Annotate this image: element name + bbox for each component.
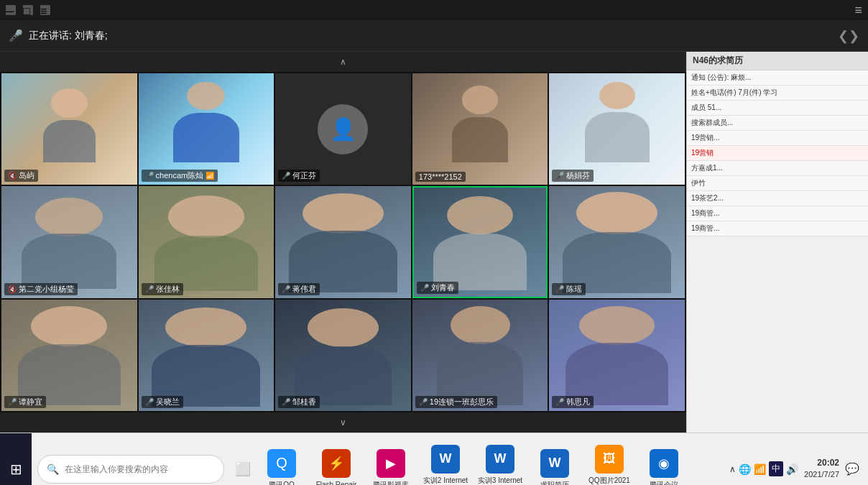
video-cell-12[interactable]: 🎤 吴晓兰 bbox=[139, 300, 274, 411]
chat-item-7[interactable]: 伊竹 bbox=[687, 176, 868, 191]
participant-label-6: 🔇 第二党小组杨莹 bbox=[4, 283, 78, 295]
app-tencent-meeting[interactable]: ◉ 腾讯会议 bbox=[638, 440, 690, 486]
title-bar: ─ □ ≡ ≡ bbox=[0, 0, 868, 20]
chat-item-5[interactable]: 19营销 bbox=[687, 146, 868, 161]
maximize-btn[interactable]: □ bbox=[23, 5, 33, 15]
title-right-icon[interactable]: ≡ bbox=[854, 3, 862, 18]
participant-label-10: 🎤 陈瑶 bbox=[552, 283, 586, 295]
internet3-label: 实训3 Internet服务使用... bbox=[474, 476, 526, 486]
windows-icon: ⊞ bbox=[10, 461, 22, 478]
participant-label-12: 🎤 吴晓兰 bbox=[142, 396, 183, 408]
chat-item-0[interactable]: 通知 (公告): 麻烦... bbox=[687, 70, 868, 86]
chat-item-1[interactable]: 姓名+电话(件) 7月(件) 学习 bbox=[687, 86, 868, 101]
participant-label-7: 🎤 张佳林 bbox=[142, 283, 183, 295]
chat-item-10[interactable]: 19商管... bbox=[687, 221, 868, 236]
system-tray[interactable]: ∧ 🌐 📶 中 🔊 bbox=[729, 461, 798, 476]
internet3-icon: W bbox=[486, 445, 514, 474]
app-resume[interactable]: W 求职简历 bbox=[529, 440, 581, 486]
mic-on-icon-9: 🎤 bbox=[420, 284, 429, 292]
video-cell-2[interactable]: 🎤 chencam陈灿 📶 bbox=[139, 73, 274, 185]
task-view-button[interactable]: ⬜ bbox=[230, 455, 256, 484]
participant-label-14: 🎤 19连锁一班彭思乐 bbox=[415, 396, 497, 408]
participant-label-5: 🎤 杨娟芬 bbox=[552, 170, 594, 182]
mic-on-icon-11: 🎤 bbox=[8, 398, 17, 406]
video-cell-13[interactable]: 🎤 邹桂香 bbox=[275, 300, 411, 411]
app-qq-img[interactable]: 🖼 QQ图片2021 0704182841 bbox=[583, 440, 635, 486]
search-input[interactable] bbox=[65, 464, 215, 474]
qq-img-label: QQ图片2021 0704182841 bbox=[583, 476, 635, 486]
window-controls[interactable]: ─ □ ≡ bbox=[6, 5, 50, 15]
speaking-right-controls[interactable]: ❮❯ bbox=[838, 28, 859, 44]
qq-icon: Q bbox=[267, 449, 296, 478]
app-internet2[interactable]: W 实训2 Internet设置与使... bbox=[420, 440, 471, 486]
clock-time: 20:02 bbox=[804, 457, 839, 469]
mic-on-icon-10: 🎤 bbox=[555, 285, 564, 293]
video-cell-7[interactable]: 🎤 张佳林 bbox=[139, 186, 274, 297]
video-cell-3[interactable]: 👤 🎤 何正芬 bbox=[275, 73, 411, 185]
participant-label-8: 🎤 蒋伟君 bbox=[278, 283, 320, 295]
clock-area[interactable]: 20:02 2021/7/27 bbox=[804, 457, 839, 480]
volume-icon[interactable]: 🔊 bbox=[786, 463, 798, 475]
video-cell-15[interactable]: 🎤 韩思凡 bbox=[549, 300, 685, 411]
video-cell-4[interactable]: 173****2152 bbox=[412, 73, 548, 185]
notification-icon[interactable]: 💬 bbox=[845, 462, 859, 476]
video-cell-5[interactable]: 🎤 杨娟芬 bbox=[549, 73, 685, 185]
menu-btn[interactable]: ≡ bbox=[40, 5, 50, 15]
speaking-bar: 🎤 正在讲话: 刘青春; ❮❯ bbox=[0, 20, 868, 52]
participant-label-13: 🎤 邹桂香 bbox=[278, 396, 320, 408]
expand-icon[interactable]: ❮❯ bbox=[838, 29, 859, 43]
participant-label-2: 🎤 chencam陈灿 📶 bbox=[142, 170, 218, 182]
app-tencent-video[interactable]: ▶ 腾讯影视库 bbox=[365, 440, 417, 486]
tencent-meeting-icon: ◉ bbox=[650, 449, 678, 478]
app-qq[interactable]: Q 腾讯QQ bbox=[256, 440, 308, 486]
network-icon: 🌐 bbox=[739, 463, 751, 475]
mic-on-icon-2: 🎤 bbox=[145, 172, 154, 180]
collapse-top-btn[interactable]: ∧ bbox=[0, 52, 686, 72]
tencent-meeting-label: 腾讯会议 bbox=[650, 481, 678, 486]
task-view-icon: ⬜ bbox=[235, 461, 251, 477]
title-right: ≡ bbox=[854, 3, 862, 18]
collapse-bottom-btn[interactable]: ∨ bbox=[0, 412, 686, 433]
internet2-label: 实训2 Internet设置与使... bbox=[420, 476, 471, 486]
mic-on-icon-14: 🎤 bbox=[419, 398, 428, 406]
lang-indicator[interactable]: 中 bbox=[769, 461, 783, 476]
start-button[interactable]: ⊞ bbox=[0, 433, 32, 485]
mic-on-icon-12: 🎤 bbox=[145, 398, 154, 406]
taskbar-search[interactable]: 🔍 bbox=[37, 455, 224, 484]
chat-item-2[interactable]: 成员 51... bbox=[687, 101, 868, 116]
video-cell-1[interactable]: 🔇 岛屿 bbox=[1, 73, 137, 185]
video-cell-9[interactable]: 🎤 刘青春 bbox=[412, 186, 548, 297]
app-flash-repair[interactable]: ⚡ Flash Repair bbox=[310, 440, 362, 486]
video-cell-11[interactable]: 🎤 谭静宜 bbox=[1, 300, 137, 411]
mic-on-icon-13: 🎤 bbox=[282, 398, 290, 406]
microphone-icon: 🎤 bbox=[9, 29, 23, 42]
video-grid: 🔇 岛屿 🎤 chencam陈灿 📶 👤 bbox=[0, 72, 686, 412]
chat-item-4[interactable]: 19营销... bbox=[687, 131, 868, 146]
chat-header: N46的求简历 bbox=[687, 52, 868, 70]
taskbar-apps: Q 腾讯QQ ⚡ Flash Repair ▶ 腾讯影视库 W 实训2 Inte… bbox=[256, 440, 729, 486]
qq-label: 腾讯QQ bbox=[269, 481, 295, 486]
chat-item-9[interactable]: 19商管... bbox=[687, 206, 868, 221]
participant-label-3: 🎤 何正芬 bbox=[278, 170, 320, 182]
taskbar: ⊞ 🔍 ⬜ Q 腾讯QQ ⚡ Flash Repair ▶ bbox=[0, 433, 868, 485]
search-icon: 🔍 bbox=[47, 463, 59, 475]
participant-label-11: 🎤 谭静宜 bbox=[4, 396, 46, 408]
clock-date: 2021/7/27 bbox=[804, 469, 839, 480]
taskbar-right: ∧ 🌐 📶 中 🔊 20:02 2021/7/27 💬 bbox=[729, 457, 868, 480]
participant-label-1: 🔇 岛屿 bbox=[4, 170, 38, 182]
chat-item-8[interactable]: 19茶艺2... bbox=[687, 191, 868, 206]
chevron-down-icon: ∨ bbox=[340, 417, 346, 428]
chat-item-3[interactable]: 搜索群成员... bbox=[687, 116, 868, 131]
video-cell-8[interactable]: 🎤 蒋伟君 bbox=[275, 186, 411, 297]
video-cell-14[interactable]: 🎤 19连锁一班彭思乐 bbox=[412, 300, 548, 411]
app-internet3[interactable]: W 实训3 Internet服务使用... bbox=[474, 440, 526, 486]
video-cell-6[interactable]: 🔇 第二党小组杨莹 bbox=[1, 186, 137, 297]
qq-img-icon: 🖼 bbox=[595, 445, 624, 474]
mic-muted-icon: 🔇 bbox=[8, 172, 17, 180]
mic-on-icon-15: 🎤 bbox=[555, 398, 564, 406]
minimize-btn[interactable]: ─ bbox=[6, 5, 16, 15]
chat-sidebar: N46的求简历 通知 (公告): 麻烦... 姓名+电话(件) 7月(件) 学习… bbox=[687, 52, 868, 433]
chat-item-6[interactable]: 方嘉成1... bbox=[687, 161, 868, 176]
video-cell-10[interactable]: 🎤 陈瑶 bbox=[549, 186, 685, 297]
tray-expand-icon[interactable]: ∧ bbox=[729, 464, 736, 474]
